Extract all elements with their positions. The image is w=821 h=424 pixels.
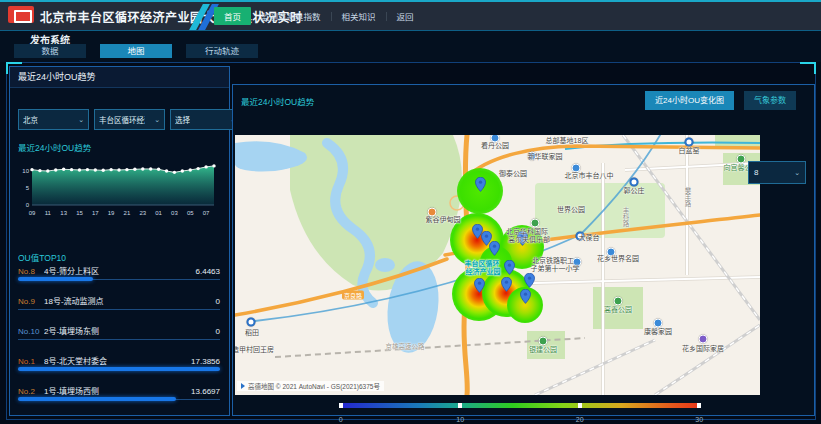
legend-tick-label: 0 — [339, 416, 343, 423]
svg-text:21: 21 — [124, 210, 131, 216]
map-panel-header: 最近24小时OU趋势 近24小时OU变化图 气象参数 — [233, 85, 814, 115]
legend-tick-label: 30 — [695, 416, 703, 423]
poi-icon — [654, 319, 663, 328]
poi-icon — [531, 219, 540, 228]
publish-bar: 发布系统 数据 地图 行动轨迹 — [0, 31, 821, 62]
trend-panel-header: 最近24小时OU趋势 — [10, 67, 229, 88]
chevron-down-icon: ⌄ — [154, 116, 160, 124]
point-filter-select[interactable]: 选择 ⌄ — [170, 109, 241, 130]
monitor-point-select[interactable]: 8 ⌄ — [748, 161, 806, 184]
map-base — [235, 135, 760, 395]
map-pin-icon[interactable] — [517, 231, 528, 246]
list-item[interactable]: No.102号-填埋场东侧0 — [18, 325, 220, 355]
svg-text:01: 01 — [155, 210, 162, 216]
map-pin-icon[interactable] — [474, 278, 485, 293]
nav-item-knowledge[interactable]: 相关知识 — [332, 7, 386, 25]
svg-text:17: 17 — [92, 210, 99, 216]
main-frame: 最近24小时OU趋势 北京 ⌄ 丰台区循环经济产 ⌄ 选择 ⌄ 最近24小时OU… — [6, 62, 816, 420]
poi-icon — [699, 335, 708, 344]
map-pin-icon[interactable] — [475, 177, 486, 192]
ou-trend-chart: 0510091113151719212301030507 — [16, 161, 222, 223]
map-pin-icon[interactable] — [501, 277, 512, 292]
tab-map[interactable]: 地图 — [100, 44, 172, 58]
ou-top-list: No.84号-筛分上料区6.4463No.918号-流动监测点0No.102号-… — [18, 265, 220, 415]
tab-data[interactable]: 数据 — [14, 44, 86, 58]
filter-row: 北京 ⌄ 丰台区循环经济产 ⌄ 选择 ⌄ — [18, 109, 241, 130]
svg-text:05: 05 — [187, 210, 194, 216]
nav-item-home[interactable]: 首页 — [214, 7, 251, 25]
svg-text:5: 5 — [26, 185, 30, 191]
svg-text:11: 11 — [45, 210, 52, 216]
map-panel: 最近24小时OU趋势 近24小时OU变化图 气象参数 — [232, 84, 815, 416]
metro-station-icon — [630, 178, 639, 187]
poi-icon — [539, 337, 548, 346]
svg-text:10: 10 — [22, 168, 29, 174]
tab-track[interactable]: 行动轨迹 — [186, 44, 258, 58]
poi-icon — [614, 297, 623, 306]
svg-text:09: 09 — [29, 210, 36, 216]
nav-item-odor-index[interactable]: 监测点恶臭指数 — [251, 7, 331, 25]
toplist-title: OU值TOP10 — [18, 251, 66, 263]
poi-icon — [572, 164, 581, 173]
chart-title: 最近24小时OU趋势 — [18, 141, 91, 153]
list-item[interactable]: No.21号-填埋场西侧13.6697 — [18, 385, 220, 415]
map-pin-icon[interactable] — [489, 241, 500, 256]
legend-tick-label: 10 — [456, 416, 464, 423]
svg-text:0: 0 — [26, 202, 30, 208]
metro-station-icon — [247, 318, 256, 327]
list-item[interactable]: No.18号-北天堂村委会17.3856 — [18, 355, 220, 385]
legend-tick-label: 20 — [576, 416, 584, 423]
nav-item-back[interactable]: 返回 — [387, 7, 424, 25]
app-logo-icon — [8, 6, 34, 23]
svg-text:07: 07 — [203, 210, 210, 216]
top-bar: 北京市丰台区循环经济产业园大气恶臭状况实时 首页 监测点恶臭指数 相关知识 返回 — [0, 0, 821, 31]
list-item[interactable]: No.84号-筛分上料区6.4463 — [18, 265, 220, 295]
app: 北京市丰台区循环经济产业园大气恶臭状况实时 首页 监测点恶臭指数 相关知识 返回… — [0, 0, 821, 424]
weather-params-button[interactable]: 气象参数 — [744, 91, 796, 110]
map-panel-buttons: 近24小时OU变化图 气象参数 — [645, 91, 796, 110]
svg-text:23: 23 — [139, 210, 146, 216]
map-pin-icon[interactable] — [504, 260, 515, 275]
map-pin-icon[interactable] — [520, 289, 531, 304]
svg-text:19: 19 — [108, 210, 115, 216]
top-nav: 首页 监测点恶臭指数 相关知识 返回 — [214, 7, 424, 25]
trend-panel: 最近24小时OU趋势 北京 ⌄ 丰台区循环经济产 ⌄ 选择 ⌄ 最近24小时OU… — [9, 66, 230, 416]
poi-icon — [607, 248, 616, 257]
metro-station-icon — [685, 138, 694, 147]
svg-text:15: 15 — [76, 210, 83, 216]
map-attribution: 高德地图 © 2021 AutoNavi - GS(2021)6375号 — [237, 381, 384, 391]
map-canvas[interactable]: 看丹公园总部基地18区新华联家园御泰公园北京市丰台八中白盆窑向宫馨公园郭公庄世界… — [235, 135, 760, 395]
chevron-down-icon: ⌄ — [794, 169, 800, 177]
chevron-down-icon: ⌄ — [78, 116, 84, 124]
heatmap-legend: 0102030 — [339, 403, 701, 422]
view-tabs: 数据 地图 行动轨迹 — [14, 44, 258, 58]
map-pin-icon[interactable] — [524, 273, 535, 288]
list-item[interactable]: No.918号-流动监测点0 — [18, 295, 220, 325]
poi-icon — [573, 258, 582, 267]
district-select[interactable]: 丰台区循环经济产 ⌄ — [94, 109, 165, 130]
poi-icon — [528, 152, 537, 161]
metro-station-icon — [576, 232, 585, 241]
poi-icon — [737, 155, 746, 164]
svg-text:13: 13 — [60, 210, 67, 216]
map-panel-title: 最近24小时OU趋势 — [241, 95, 314, 107]
poi-icon — [428, 208, 437, 217]
city-select[interactable]: 北京 ⌄ — [18, 109, 89, 130]
legend-labels: 0102030 — [339, 408, 701, 422]
gaode-logo-icon — [241, 383, 245, 389]
svg-text:03: 03 — [171, 210, 178, 216]
ou-change-map-button[interactable]: 近24小时OU变化图 — [645, 91, 734, 110]
